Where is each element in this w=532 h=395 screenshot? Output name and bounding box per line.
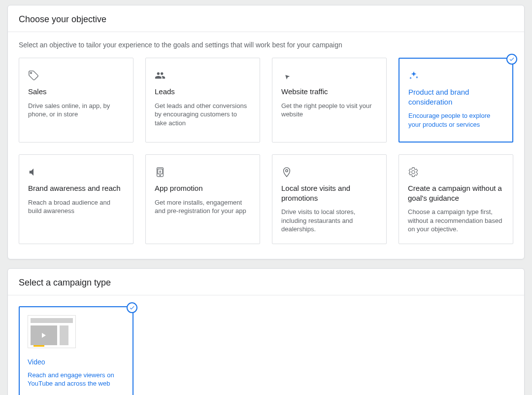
card-desc: Encourage people to explore your product… <box>408 111 503 129</box>
objective-heading: Choose your objective <box>8 5 524 32</box>
objective-card-leads[interactable]: Leads Get leads and other conversions by… <box>145 58 260 143</box>
tag-icon <box>28 68 124 83</box>
card-desc: Drive visits to local stores, including … <box>281 208 377 234</box>
people-icon <box>155 68 251 83</box>
check-icon <box>506 54 517 65</box>
card-title: Create a campaign without a goal's guida… <box>408 183 504 203</box>
card-desc: Drive sales online, in app, by phone, or… <box>28 102 124 119</box>
type-title: Video <box>28 358 125 366</box>
objective-card-awareness[interactable]: Brand awareness and reach Reach a broad … <box>19 154 133 244</box>
objective-card-consideration[interactable]: Product and brand consideration Encourag… <box>399 58 513 143</box>
card-title: Sales <box>28 87 124 97</box>
type-desc: Reach and engage viewers on YouTube and … <box>28 371 125 388</box>
campaign-type-card-video[interactable]: Video Reach and engage viewers on YouTub… <box>19 306 133 395</box>
card-desc: Get the right people to visit your websi… <box>281 102 377 119</box>
card-title: App promotion <box>155 183 251 193</box>
card-title: Website traffic <box>281 87 377 97</box>
check-icon <box>127 302 137 313</box>
gear-icon <box>408 165 504 180</box>
card-desc: Get more installs, engagement and pre-re… <box>155 198 251 215</box>
objective-card-noguidance[interactable]: Create a campaign without a goal's guida… <box>399 154 513 244</box>
objective-card-app[interactable]: App promotion Get more installs, engagem… <box>145 154 260 244</box>
objective-panel: Choose your objective Select an objectiv… <box>7 5 525 259</box>
pin-icon <box>281 165 377 180</box>
objective-card-sales[interactable]: Sales Drive sales online, in app, by pho… <box>19 58 133 143</box>
card-desc: Get leads and other conversions by encou… <box>155 102 251 128</box>
sparkle-icon <box>408 69 503 83</box>
phone-icon <box>155 165 251 180</box>
card-desc: Reach a broad audience and build awarene… <box>28 198 124 215</box>
click-icon <box>281 68 377 83</box>
megaphone-icon <box>28 165 124 180</box>
campaign-type-heading: Select a campaign type <box>8 269 524 295</box>
card-desc: Choose a campaign type first, without a … <box>408 208 504 234</box>
video-thumb-icon <box>28 315 76 348</box>
objective-card-local[interactable]: Local store visits and promotions Drive … <box>272 154 387 244</box>
campaign-type-panel: Select a campaign type Video Reach and e… <box>7 268 525 395</box>
card-title: Leads <box>155 87 251 97</box>
objective-grid: Sales Drive sales online, in app, by pho… <box>8 51 524 259</box>
objective-subheading: Select an objective to tailor your exper… <box>8 32 524 51</box>
campaign-type-grid: Video Reach and engage viewers on YouTub… <box>8 295 524 395</box>
card-title: Brand awareness and reach <box>28 183 124 193</box>
card-title: Local store visits and promotions <box>281 183 377 203</box>
card-title: Product and brand consideration <box>408 87 503 107</box>
objective-card-traffic[interactable]: Website traffic Get the right people to … <box>272 58 387 143</box>
